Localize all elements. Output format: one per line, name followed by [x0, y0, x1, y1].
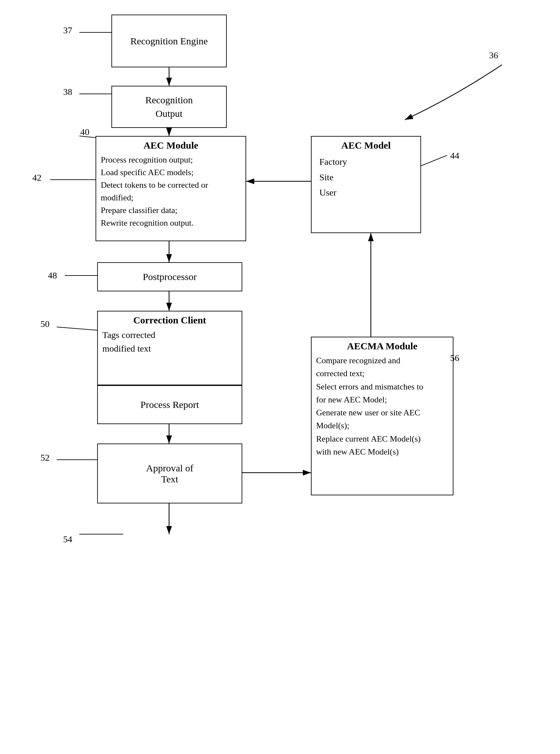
aecma-module-title: AECMA Module [316, 341, 448, 352]
aecma-module-box: AECMA Module Compare recognized and corr… [311, 337, 454, 495]
ref-56: 56 [450, 353, 459, 363]
process-report-label: Process Report [141, 399, 199, 410]
recognition-output-label: RecognitionOutput [145, 93, 193, 120]
aec-model-box: AEC Model Factory Site User [311, 136, 421, 233]
recognition-engine-label: Recognition Engine [130, 34, 207, 48]
ref-42: 42 [33, 172, 41, 183]
recognition-engine-box: Recognition Engine [112, 15, 227, 67]
recognition-output-box: RecognitionOutput [112, 86, 227, 128]
aec-model-body: Factory Site User [316, 154, 416, 200]
ref-52: 52 [40, 453, 49, 463]
ref-36: 36 [489, 50, 498, 61]
ref-38: 38 [63, 87, 72, 97]
postprocessor-label: Postprocessor [143, 271, 197, 282]
approval-of-text-label: Approval ofText [146, 463, 193, 485]
ref-54: 54 [63, 534, 72, 545]
ref-37: 37 [63, 25, 72, 36]
process-report-box: Process Report [97, 385, 242, 424]
arrows-svg [0, 0, 560, 754]
correction-client-body: Tags corrected modified text [102, 328, 237, 355]
aec-module-title: AEC Module [101, 140, 241, 151]
aec-module-box: AEC Module Process recognition output; L… [96, 136, 246, 241]
correction-client-title: Correction Client [102, 315, 237, 326]
ref-40: 40 [80, 127, 89, 137]
postprocessor-box: Postprocessor [97, 262, 242, 291]
approval-of-text-box: Approval ofText [97, 444, 242, 504]
svg-line-19 [57, 327, 97, 330]
correction-client-box: Correction Client Tags corrected modifie… [97, 311, 242, 385]
aecma-module-body: Compare recognized and corrected text; S… [316, 354, 448, 458]
ref-50: 50 [40, 319, 49, 329]
aec-module-body: Process recognition output; Load specifi… [101, 154, 241, 229]
diagram: Recognition Engine RecognitionOutput AEC… [0, 0, 560, 754]
ref-44: 44 [450, 150, 459, 161]
aec-model-title: AEC Model [316, 140, 416, 151]
ref-48: 48 [48, 270, 57, 281]
